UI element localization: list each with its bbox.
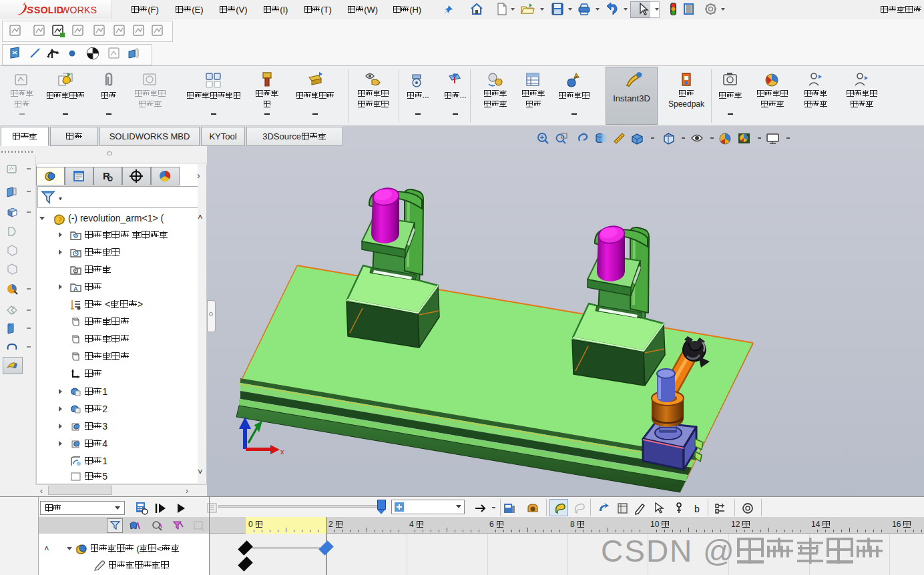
svg-text:A: A bbox=[73, 285, 78, 292]
svg-text:R: R bbox=[103, 170, 110, 181]
svg-text:SOLID: SOLID bbox=[34, 5, 63, 15]
svg-text:S: S bbox=[27, 4, 33, 15]
svg-text:x: x bbox=[280, 448, 284, 456]
svg-text:WORKS: WORKS bbox=[61, 5, 97, 15]
svg-text:b: b bbox=[694, 504, 700, 514]
